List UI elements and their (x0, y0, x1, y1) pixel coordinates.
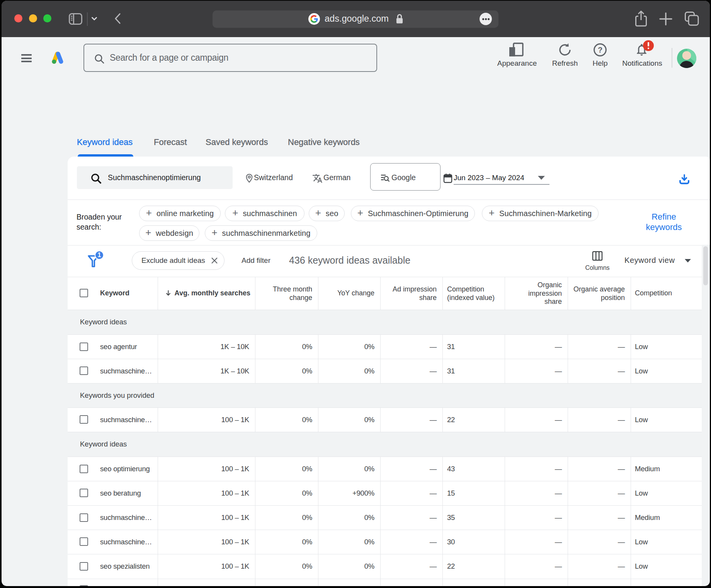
svg-text:?: ? (598, 46, 602, 54)
